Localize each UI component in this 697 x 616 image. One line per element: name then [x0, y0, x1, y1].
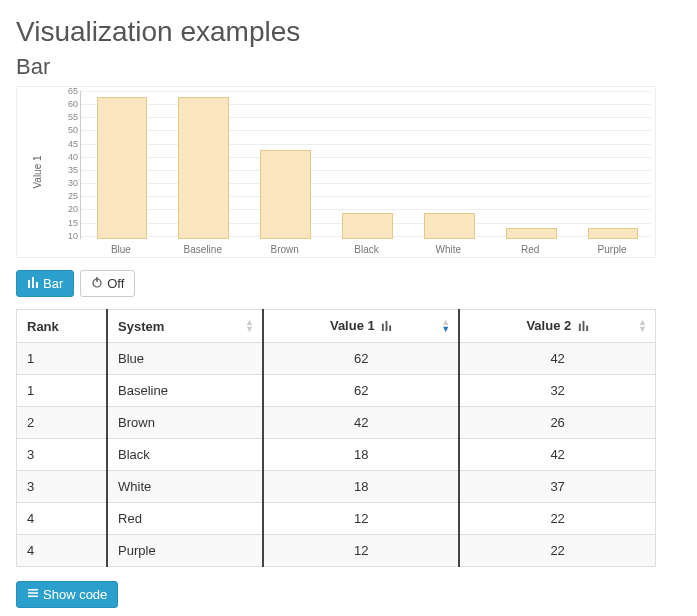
y-tick-label: 40	[65, 152, 78, 162]
svg-rect-12	[28, 592, 38, 594]
cell-value1: 42	[263, 407, 459, 439]
power-icon	[91, 276, 103, 291]
col-header-value1-label: Value 1	[330, 318, 375, 333]
y-tick-label: 35	[65, 165, 78, 175]
svg-rect-1	[32, 277, 34, 288]
svg-rect-6	[386, 321, 388, 331]
cell-value2: 22	[459, 503, 655, 535]
cell-system: Black	[107, 439, 263, 471]
off-mode-label: Off	[107, 276, 124, 291]
cell-rank: 1	[17, 375, 108, 407]
off-mode-button[interactable]: Off	[80, 270, 135, 297]
cell-value2: 37	[459, 471, 655, 503]
cell-value1: 12	[263, 503, 459, 535]
cell-rank: 2	[17, 407, 108, 439]
show-code-label: Show code	[43, 587, 107, 602]
table-row: 3White1837	[17, 471, 656, 503]
cell-rank: 4	[17, 503, 108, 535]
cell-value1: 12	[263, 535, 459, 567]
show-code-button[interactable]: Show code	[16, 581, 118, 608]
sort-icon: ▲▼	[638, 319, 647, 333]
cell-system: Blue	[107, 343, 263, 375]
x-tick-label: Blue	[111, 244, 131, 255]
y-axis-label: Value 1	[32, 155, 43, 188]
svg-rect-7	[390, 326, 392, 332]
cell-rank: 3	[17, 439, 108, 471]
bar-chart-icon	[27, 276, 39, 291]
bar	[260, 150, 311, 239]
col-header-system-label: System	[118, 319, 164, 334]
y-tick-label: 50	[65, 125, 78, 135]
col-header-rank-label: Rank	[27, 319, 59, 334]
cell-value1: 62	[263, 375, 459, 407]
cell-system: Purple	[107, 535, 263, 567]
bar-mode-button[interactable]: Bar	[16, 270, 74, 297]
y-tick-label: 25	[65, 191, 78, 201]
x-tick-label: Red	[521, 244, 539, 255]
table-row: 1Blue6242	[17, 343, 656, 375]
table-row: 4Purple1222	[17, 535, 656, 567]
section-title: Bar	[16, 54, 681, 80]
svg-rect-8	[579, 324, 581, 331]
sort-icon: ▲▼	[245, 319, 254, 333]
svg-rect-11	[28, 589, 38, 591]
y-tick-label: 60	[65, 99, 78, 109]
col-header-rank[interactable]: Rank	[17, 310, 108, 343]
cell-value1: 18	[263, 439, 459, 471]
table-row: 4Red1222	[17, 503, 656, 535]
y-tick-label: 45	[65, 139, 78, 149]
page-title: Visualization examples	[16, 16, 681, 48]
table-row: 1Baseline6232	[17, 375, 656, 407]
bar	[97, 97, 148, 239]
x-tick-label: Brown	[270, 244, 298, 255]
y-tick-label: 20	[65, 204, 78, 214]
cell-system: Brown	[107, 407, 263, 439]
svg-rect-10	[586, 326, 588, 332]
bar-chart-icon	[381, 319, 392, 334]
col-header-value2[interactable]: Value 2 ▲▼	[459, 310, 655, 343]
cell-value2: 42	[459, 439, 655, 471]
bar-mode-label: Bar	[43, 276, 63, 291]
svg-rect-5	[382, 324, 384, 331]
col-header-value1[interactable]: Value 1 ▲▼	[263, 310, 459, 343]
cell-system: White	[107, 471, 263, 503]
x-tick-label: Baseline	[184, 244, 222, 255]
sort-icon: ▲▼	[441, 319, 450, 333]
y-tick-label: 15	[65, 218, 78, 228]
x-tick-label: White	[436, 244, 462, 255]
col-header-system[interactable]: System ▲▼	[107, 310, 263, 343]
cell-value2: 22	[459, 535, 655, 567]
bar-chart-icon	[578, 319, 589, 334]
cell-value1: 18	[263, 471, 459, 503]
bar	[588, 228, 639, 239]
svg-rect-13	[28, 596, 38, 598]
cell-value2: 42	[459, 343, 655, 375]
chart-mode-toggle: Bar Off	[16, 270, 681, 297]
svg-rect-9	[582, 321, 584, 331]
cell-rank: 3	[17, 471, 108, 503]
bar	[506, 228, 557, 239]
cell-value2: 26	[459, 407, 655, 439]
col-header-value2-label: Value 2	[526, 318, 571, 333]
y-tick-label: 55	[65, 112, 78, 122]
table-row: 3Black1842	[17, 439, 656, 471]
bar	[178, 97, 229, 239]
x-tick-label: Purple	[598, 244, 627, 255]
table-row: 2Brown4226	[17, 407, 656, 439]
list-icon	[27, 587, 39, 602]
cell-rank: 4	[17, 535, 108, 567]
svg-rect-2	[36, 282, 38, 288]
cell-system: Red	[107, 503, 263, 535]
cell-value1: 62	[263, 343, 459, 375]
plot-area	[80, 91, 651, 239]
x-tick-label: Black	[354, 244, 378, 255]
cell-value2: 32	[459, 375, 655, 407]
y-tick-label: 30	[65, 178, 78, 188]
svg-rect-0	[28, 280, 30, 288]
cell-system: Baseline	[107, 375, 263, 407]
data-table: Rank System ▲▼ Value 1 ▲▼ Value 2 ▲▼ 1Bl…	[16, 309, 656, 567]
y-tick-label: 65	[65, 86, 78, 96]
cell-rank: 1	[17, 343, 108, 375]
bar	[342, 213, 393, 239]
bar-chart: Value 1 101520253035404550556065 BlueBas…	[16, 86, 656, 258]
